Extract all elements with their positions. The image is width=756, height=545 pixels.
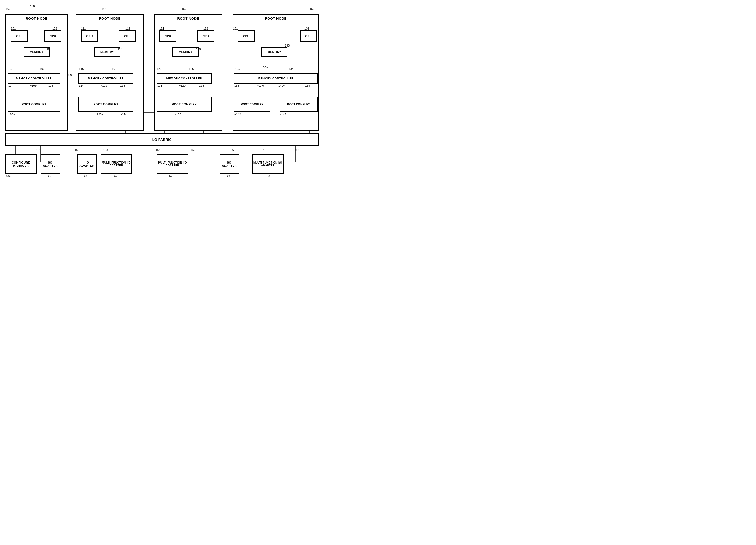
configure-manager: CONFIGURE MANAGER — [5, 154, 37, 174]
memory-controller-114: MEMORY CONTROLLER — [78, 73, 133, 84]
io-adapter-149: I/O ADAPTER — [220, 154, 239, 174]
ref-122: 122 — [203, 27, 208, 30]
ref-116: 116 — [110, 67, 115, 71]
ref-105: 105 — [8, 67, 13, 71]
cpu-112: CPU — [119, 30, 136, 42]
ref-154: 154~ — [155, 148, 162, 152]
ref-146: 146 — [82, 175, 87, 178]
ref-155: 155~ — [191, 148, 197, 152]
ref-159: 159 — [67, 74, 72, 77]
ref-157: ~157 — [257, 148, 264, 152]
ref-123: 123 — [196, 48, 201, 51]
io-adapter-145: I/O ADAPTER — [41, 154, 60, 174]
cpu-102: CPU — [44, 30, 61, 42]
ref-151: 151~ — [36, 148, 43, 152]
multifunction-io-adapter-148: MULTI-FUNCTION I/O ADAPTER — [157, 154, 188, 174]
dots-rn3: · · · — [179, 34, 184, 38]
ref-125: 125 — [157, 67, 161, 71]
cpu-132: CPU — [300, 30, 317, 42]
cpu-101: 101CPU — [11, 30, 28, 42]
memory-controller-104: MEMORY CONTROLLER — [8, 73, 60, 84]
ref-139: 139 — [305, 84, 310, 87]
ref-138: 138 — [234, 84, 239, 87]
ref-164: 164 — [6, 175, 10, 178]
ref-152: 152~ — [74, 148, 81, 152]
memory-113: MEMORY — [94, 47, 120, 57]
ref-141: 141~ — [278, 84, 285, 87]
architecture-diagram: ROOT NODE 160 100 101CPU 101 · · · CPU 1… — [0, 0, 378, 273]
ref-128: 128 — [199, 84, 204, 87]
ref-156: ~156 — [227, 148, 234, 152]
ref-109: ~109 — [30, 84, 37, 87]
ref-144: ~144 — [120, 113, 127, 116]
memory-133: MEMORY — [261, 47, 287, 57]
ref-108: 108 — [48, 84, 53, 87]
root-node-1-label: ROOT NODE — [26, 16, 47, 20]
ref-142: ~142 — [234, 113, 241, 116]
ref-131: 131 — [233, 27, 238, 30]
ref-149: 149 — [225, 175, 230, 178]
root-complex-119: ROOT COMPLEX — [78, 97, 133, 112]
ref-148: 148 — [169, 175, 173, 178]
ref-120: 120~ — [97, 113, 103, 116]
cpu-111: CPU — [81, 30, 98, 42]
ref-114: 114 — [79, 84, 84, 87]
root-complex-109: ROOT COMPLEX — [8, 97, 60, 112]
ref-118: 118 — [120, 84, 125, 87]
ref-153: 153~ — [103, 148, 110, 152]
ref-106: 106 — [40, 67, 44, 71]
root-complex-141: ROOT COMPLEX — [280, 97, 318, 112]
ref-162: 162 — [182, 7, 186, 10]
ref-101: 101 — [11, 27, 16, 30]
ref-110: 110~ — [8, 113, 15, 116]
io-adapter-146: I/O ADAPTER — [77, 154, 97, 174]
root-node-4-label: ROOT NODE — [265, 16, 286, 20]
ref-163: 163 — [310, 7, 314, 10]
multifunction-io-adapter-147: MULTI-FUNCTION I/O ADAPTER — [101, 154, 132, 174]
dots-bottom-1: · · · — [63, 162, 68, 166]
ref-130: ~130 — [175, 113, 181, 116]
ref-145: 145 — [46, 175, 51, 178]
ref-103: 103 — [47, 48, 51, 51]
root-complex-129: ROOT COMPLEX — [157, 97, 212, 112]
ref-147: 147 — [112, 175, 117, 178]
ref-140: ~140 — [257, 84, 264, 87]
ref-115: 115 — [79, 67, 84, 71]
cpu-121: CPU — [159, 30, 176, 42]
ref-132: 132 — [304, 27, 309, 30]
ref-158: ~158 — [293, 148, 299, 152]
ref-126: 126 — [189, 67, 194, 71]
ref-161: 161 — [102, 7, 107, 10]
ref-129: ~129 — [179, 84, 186, 87]
cpu-131: CPU — [238, 30, 255, 42]
dots-bottom-2: · · · — [135, 162, 140, 166]
ref-104: 104 — [8, 84, 13, 87]
dots-rn2: · · · — [101, 34, 106, 38]
ref-112: 112 — [125, 27, 130, 30]
ref-111: 111 — [81, 27, 86, 30]
ref-135: 135 — [235, 67, 240, 71]
ref-134: 134 — [289, 67, 293, 71]
ref-113: 113 — [118, 48, 122, 51]
io-fabric-label: I/O FABRIC — [152, 138, 172, 142]
ref-119: ~119 — [101, 84, 107, 87]
ref-100: 100 — [30, 5, 35, 8]
root-node-3-label: ROOT NODE — [177, 16, 199, 20]
ref-143: ~143 — [280, 113, 286, 116]
memory-103: MEMORY — [24, 47, 50, 57]
cpu-122: CPU — [197, 30, 214, 42]
memory-controller-139: MEMORY CONTROLLER — [234, 73, 318, 84]
multifunction-io-adapter-150: MULTI-FUNCTION I/O ADAPTER — [252, 154, 284, 174]
root-complex-140: ROOT COMPLEX — [234, 97, 270, 112]
ref-102: 102 — [52, 27, 57, 30]
dots-rn4: · · · — [258, 34, 263, 38]
ref-124: 124 — [157, 84, 162, 87]
io-fabric: I/O FABRIC — [5, 133, 319, 146]
memory-controller-124: MEMORY CONTROLLER — [157, 73, 212, 84]
ref-133: 133 — [285, 44, 290, 47]
ref-136: 136~ — [261, 66, 268, 69]
root-node-2-label: ROOT NODE — [99, 16, 120, 20]
memory-123: MEMORY — [172, 47, 199, 57]
ref-160: 160 — [6, 7, 10, 10]
ref-150: 150 — [265, 175, 270, 178]
